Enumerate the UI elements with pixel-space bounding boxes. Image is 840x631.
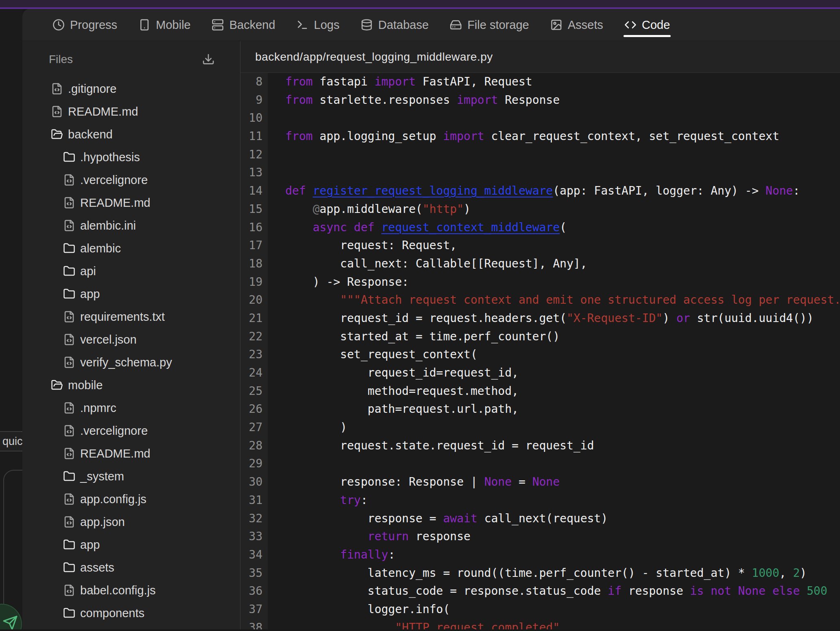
line-number: 32 bbox=[241, 510, 268, 528]
tree-item-mobile[interactable]: mobile bbox=[22, 374, 240, 397]
line-number: 20 bbox=[241, 291, 268, 309]
tab-mobile[interactable]: Mobile bbox=[138, 9, 190, 41]
tree-item-.gitignore[interactable]: .gitignore bbox=[22, 77, 240, 100]
code-line: request_id = request.headers.get("X-Requ… bbox=[285, 309, 840, 328]
line-number: 15 bbox=[241, 200, 268, 219]
tree-item-.vercelignore[interactable]: .vercelignore bbox=[22, 169, 240, 191]
code-line: method=request.method, bbox=[285, 382, 840, 401]
code-line bbox=[285, 146, 840, 164]
server-icon bbox=[212, 19, 224, 31]
line-number: 31 bbox=[241, 491, 268, 510]
code-line: async def request_context_middleware( bbox=[285, 219, 840, 237]
tab-label: Code bbox=[642, 18, 670, 32]
tree-item-api[interactable]: api bbox=[22, 260, 240, 283]
tab-label: File storage bbox=[467, 18, 529, 32]
tree-item-label: .npmrc bbox=[80, 401, 116, 415]
code-line: path=request.url.path, bbox=[285, 400, 840, 418]
tree-item-components[interactable]: components bbox=[22, 602, 240, 624]
tree-item-assets[interactable]: assets bbox=[22, 556, 240, 579]
tab-progress[interactable]: Progress bbox=[52, 9, 117, 41]
tree-item-readme.md[interactable]: README.md bbox=[22, 100, 240, 123]
file-icon bbox=[63, 584, 75, 596]
line-number: 18 bbox=[241, 255, 268, 273]
code-line: def register_request_logging_middleware(… bbox=[285, 182, 840, 200]
code-line: request.state.request_id = request_id bbox=[285, 437, 840, 455]
tree-item-label: README.md bbox=[80, 196, 150, 210]
tree-item-alembic.ini[interactable]: alembic.ini bbox=[22, 214, 240, 237]
tree-item-.hypothesis[interactable]: .hypothesis bbox=[22, 146, 240, 169]
download-button[interactable] bbox=[202, 53, 215, 66]
tab-assets[interactable]: Assets bbox=[550, 9, 603, 41]
files-sidebar: Files .gitignoreREADME.mdbackend.hypothe… bbox=[22, 41, 240, 629]
tree-item-.npmrc[interactable]: .npmrc bbox=[22, 397, 240, 419]
line-number: 21 bbox=[241, 309, 268, 328]
code-viewport[interactable]: 8910111213141516171819202122232425262728… bbox=[241, 73, 840, 629]
tree-item-requirements.txt[interactable]: requirements.txt bbox=[22, 305, 240, 328]
download-icon bbox=[202, 53, 215, 66]
tree-item-label: api bbox=[80, 265, 96, 278]
tree-item-app[interactable]: app bbox=[22, 283, 240, 305]
code-line: try: bbox=[285, 491, 840, 510]
tree-item-label: alembic bbox=[80, 242, 121, 255]
folder-icon bbox=[63, 288, 75, 300]
tree-item-readme.md[interactable]: README.md bbox=[22, 442, 240, 465]
tree-item-label: app.config.js bbox=[80, 493, 147, 506]
tab-backend[interactable]: Backend bbox=[212, 9, 275, 41]
code-line: latency_ms = round((time.perf_counter() … bbox=[285, 564, 840, 583]
clock-icon bbox=[52, 19, 65, 31]
tree-item-verify_schema.py[interactable]: verify_schema.py bbox=[22, 351, 240, 374]
tree-item-app.config.js[interactable]: app.config.js bbox=[22, 488, 240, 510]
folder-icon bbox=[63, 242, 75, 254]
folder-icon bbox=[63, 539, 75, 551]
folder-open-icon bbox=[51, 128, 63, 140]
line-number: 17 bbox=[241, 237, 268, 255]
folder-icon bbox=[63, 265, 75, 277]
tree-item-label: _system bbox=[80, 470, 124, 483]
line-number: 8 bbox=[241, 73, 268, 91]
code-line bbox=[285, 109, 840, 127]
tree-item-label: vercel.json bbox=[80, 333, 137, 346]
code-icon bbox=[624, 19, 637, 31]
file-icon bbox=[63, 402, 75, 414]
tree-item-_system[interactable]: _system bbox=[22, 465, 240, 488]
tab-logs[interactable]: Logs bbox=[296, 9, 339, 41]
tree-item-label: app.json bbox=[80, 515, 125, 529]
code-line: status_code = response.status_code if re… bbox=[285, 582, 840, 600]
code-line: set_request_context( bbox=[285, 346, 840, 364]
tab-code[interactable]: Code bbox=[624, 9, 670, 41]
code-line: call_next: Callable[[Request], Any], bbox=[285, 255, 840, 273]
code-lines: from fastapi import FastAPI, Requestfrom… bbox=[268, 73, 840, 629]
tree-item-label: assets bbox=[80, 561, 114, 574]
tree-item-label: babel.config.js bbox=[80, 584, 155, 597]
line-number: 13 bbox=[241, 164, 268, 182]
code-line: return response bbox=[285, 528, 840, 546]
tree-item-babel.config.js[interactable]: babel.config.js bbox=[22, 579, 240, 602]
tree-item-backend[interactable]: backend bbox=[22, 123, 240, 146]
files-sidebar-header: Files bbox=[22, 41, 240, 77]
file-icon bbox=[63, 197, 75, 209]
tree-item-label: backend bbox=[68, 128, 113, 141]
open-file-path: backend/app/request_logging_middleware.p… bbox=[255, 50, 493, 64]
code-line: """Attach request context and emit one s… bbox=[285, 291, 840, 309]
line-number: 24 bbox=[241, 364, 268, 382]
tree-item-readme.md[interactable]: README.md bbox=[22, 191, 240, 214]
smartphone-icon bbox=[138, 19, 151, 31]
line-number: 10 bbox=[241, 109, 268, 127]
tab-database[interactable]: Database bbox=[361, 9, 429, 41]
tree-item-app[interactable]: app bbox=[22, 533, 240, 556]
code-line: ) -> Response: bbox=[285, 273, 840, 291]
quick-actions-strip[interactable]: quick bbox=[0, 431, 22, 451]
tree-item-label: .vercelignore bbox=[80, 424, 148, 438]
tree-item-app.json[interactable]: app.json bbox=[22, 510, 240, 533]
line-number: 28 bbox=[241, 437, 268, 455]
tree-item-alembic[interactable]: alembic bbox=[22, 237, 240, 260]
tree-item-vercel.json[interactable]: vercel.json bbox=[22, 328, 240, 351]
line-number: 29 bbox=[241, 455, 268, 473]
code-line: response: Response | None = None bbox=[285, 473, 840, 491]
tree-item-label: README.md bbox=[68, 105, 138, 118]
folder-icon bbox=[63, 607, 75, 619]
tree-item-.vercelignore[interactable]: .vercelignore bbox=[22, 419, 240, 442]
line-number: 12 bbox=[241, 146, 268, 164]
tab-file-storage[interactable]: File storage bbox=[450, 9, 529, 41]
tree-item-label: requirements.txt bbox=[80, 310, 165, 324]
